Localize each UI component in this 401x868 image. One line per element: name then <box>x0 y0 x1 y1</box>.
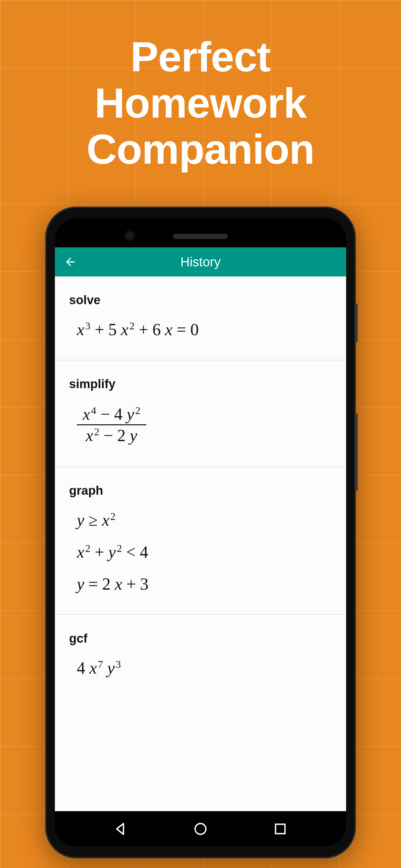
nav-home-icon[interactable] <box>192 821 209 837</box>
nav-recents-icon[interactable] <box>272 821 288 837</box>
history-item-graph[interactable]: graph y ≥ x2 x2 + y2 < 4 y = 2 x + 3 <box>55 467 346 615</box>
fraction: x4 − 4 y2 x2 − 2 y <box>77 404 146 445</box>
app-screen: History solve x3 + 5 x2 + 6 x = 0 simpli… <box>55 247 346 811</box>
promo-headline: Perfect Homework Companion <box>0 0 401 173</box>
volume-button[interactable] <box>355 413 358 491</box>
headline-line1: Perfect <box>130 33 271 81</box>
history-item-solve[interactable]: solve x3 + 5 x2 + 6 x = 0 <box>55 276 346 361</box>
headline-line3: Companion <box>87 126 314 173</box>
history-item-label: graph <box>69 484 332 498</box>
app-bar: History <box>55 247 346 276</box>
phone-frame: History solve x3 + 5 x2 + 6 x = 0 simpli… <box>45 207 356 858</box>
equation-graph-3: y = 2 x + 3 <box>69 575 332 593</box>
equation-graph-1: y ≥ x2 <box>69 510 332 530</box>
back-arrow-icon[interactable] <box>64 255 77 268</box>
equation-graph-2: x2 + y2 < 4 <box>69 542 332 562</box>
history-item-label: gcf <box>69 631 332 646</box>
svg-rect-1 <box>276 824 285 833</box>
history-list[interactable]: solve x3 + 5 x2 + 6 x = 0 simplify x4 − … <box>55 276 346 811</box>
history-item-label: simplify <box>69 377 332 391</box>
equation-simplify: x4 − 4 y2 x2 − 2 y <box>69 404 332 445</box>
headline-line2: Homework <box>95 80 307 127</box>
nav-back-icon[interactable] <box>113 821 129 837</box>
equation-solve: x3 + 5 x2 + 6 x = 0 <box>69 320 332 339</box>
page-title: History <box>55 255 346 269</box>
android-nav-bar <box>55 811 346 847</box>
speaker-slot <box>173 234 228 239</box>
history-item-label: solve <box>69 293 332 307</box>
front-camera <box>124 230 135 242</box>
power-button[interactable] <box>355 304 358 342</box>
phone-top-bezel <box>55 218 346 247</box>
history-item-gcf[interactable]: gcf 4 x7 y3 <box>55 615 346 698</box>
svg-point-0 <box>195 824 206 834</box>
equation-gcf: 4 x7 y3 <box>69 658 332 678</box>
phone-bezel: History solve x3 + 5 x2 + 6 x = 0 simpli… <box>55 218 346 847</box>
history-item-simplify[interactable]: simplify x4 − 4 y2 x2 − 2 y <box>55 361 346 467</box>
